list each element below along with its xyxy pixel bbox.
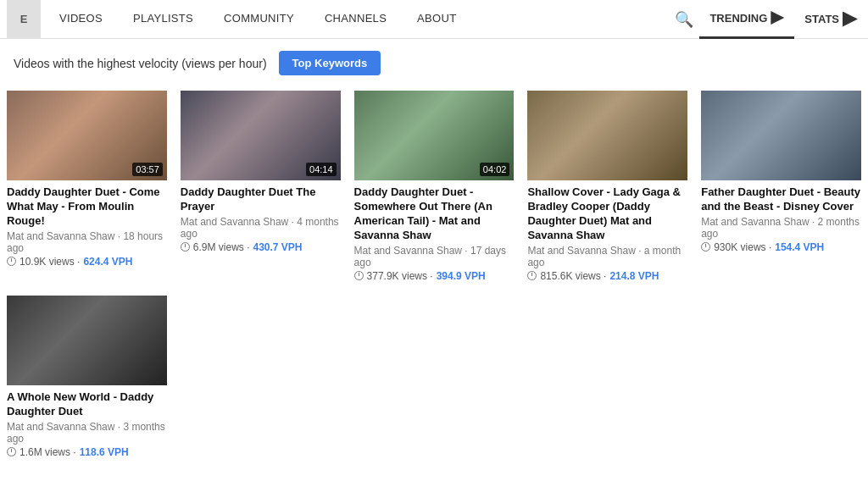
video-card[interactable]: Shallow Cover - Lady Gaga & Bradley Coop… (527, 91, 687, 282)
thumbnail (527, 91, 687, 180)
vph-count: 154.4 VPH (775, 241, 824, 253)
video-grid-row2: A Whole New World - Daddy Daughter Duet … (0, 289, 868, 472)
video-stats: 1.6M views · 118.6 VPH (7, 446, 167, 458)
video-grid-row1: 03:57 Daddy Daughter Duet - Come What Ma… (0, 87, 868, 289)
video-stats: 377.9K views · 394.9 VPH (354, 270, 515, 282)
thumbnail-image (527, 91, 687, 180)
nav-bar: E VIDEOS PLAYLISTS COMMUNITY CHANNELS AB… (0, 0, 868, 39)
view-count: 1.6M views · (19, 446, 76, 458)
video-card[interactable]: Father Daughter Duet - Beauty and the Be… (701, 91, 861, 282)
thumbnail (7, 296, 167, 385)
clock-icon (7, 447, 16, 456)
stats-play-icon (843, 12, 858, 27)
video-stats: 10.9K views · 624.4 VPH (7, 256, 167, 268)
view-count: 815.6K views · (540, 270, 606, 282)
video-title: Daddy Daughter Duet - Come What May - Fr… (7, 185, 167, 229)
video-channel: Mat and Savanna Shaw · 18 hours ago (7, 230, 167, 254)
vph-count: 214.8 VPH (609, 270, 659, 282)
video-title: Daddy Daughter Duet The Prayer (181, 185, 341, 214)
thumbnail: 03:57 (7, 91, 167, 180)
tab-playlists[interactable]: PLAYLISTS (118, 0, 209, 39)
duration-badge: 03:57 (132, 163, 163, 176)
thumbnail: 04:02 (354, 91, 515, 180)
thumbnail (701, 91, 861, 180)
clock-icon (354, 271, 364, 280)
duration-badge: 04:02 (480, 163, 510, 176)
header-bar: Videos with the highest velocity (views … (0, 39, 868, 87)
clock-icon (181, 242, 190, 252)
video-card[interactable]: 04:02 Daddy Daughter Duet - Somewhere Ou… (354, 91, 515, 282)
thumbnail-image (701, 91, 861, 180)
video-stats: 6.9M views · 430.7 VPH (181, 241, 341, 253)
vph-count: 118.6 VPH (80, 446, 129, 458)
tab-videos[interactable]: VIDEOS (44, 0, 118, 39)
video-channel: Mat and Savanna Shaw · 4 months ago (181, 216, 341, 240)
header-description: Videos with the highest velocity (views … (14, 57, 267, 70)
search-icon[interactable]: 🔍 (669, 0, 699, 39)
tab-about[interactable]: ABOUT (402, 0, 471, 39)
nav-back-button[interactable]: E (7, 0, 41, 39)
thumbnail-image (7, 296, 167, 385)
tab-channels[interactable]: CHANNELS (309, 0, 402, 39)
view-count: 6.9M views · (193, 241, 250, 253)
vph-count: 624.4 VPH (83, 256, 132, 268)
video-stats: 815.6K views · 214.8 VPH (527, 270, 687, 282)
video-stats: 930K views · 154.4 VPH (701, 241, 861, 253)
top-keywords-button[interactable]: Top Keywords (279, 51, 381, 75)
vph-count: 430.7 VPH (253, 241, 302, 253)
video-channel: Mat and Savanna Shaw · 3 months ago (7, 421, 167, 445)
vph-count: 394.9 VPH (437, 270, 486, 282)
back-label: E (20, 13, 28, 25)
duration-badge: 04:14 (306, 163, 337, 176)
trending-play-icon (771, 11, 784, 25)
video-title: Shallow Cover - Lady Gaga & Bradley Coop… (527, 185, 687, 243)
tab-stats[interactable]: STATS (794, 0, 868, 39)
clock-icon (7, 257, 16, 266)
view-count: 377.9K views · (367, 270, 433, 282)
view-count: 930K views · (714, 241, 771, 253)
clock-icon (701, 242, 710, 252)
video-title: Daddy Daughter Duet - Somewhere Out Ther… (354, 185, 515, 243)
video-title: A Whole New World - Daddy Daughter Duet (7, 390, 167, 419)
tab-trending[interactable]: TRENDING (699, 0, 794, 39)
video-channel: Mat and Savanna Shaw · 2 months ago (701, 216, 861, 240)
video-card[interactable]: 03:57 Daddy Daughter Duet - Come What Ma… (7, 91, 167, 282)
view-count: 10.9K views · (19, 256, 80, 268)
video-card[interactable]: A Whole New World - Daddy Daughter Duet … (7, 296, 167, 458)
video-channel: Mat and Savanna Shaw · a month ago (527, 245, 687, 268)
clock-icon (527, 271, 537, 280)
video-card[interactable]: 04:14 Daddy Daughter Duet The Prayer Mat… (181, 91, 341, 282)
thumbnail: 04:14 (181, 91, 341, 180)
video-title: Father Daughter Duet - Beauty and the Be… (701, 185, 861, 214)
video-channel: Mat and Savanna Shaw · 17 days ago (354, 245, 515, 268)
tab-community[interactable]: COMMUNITY (209, 0, 309, 39)
